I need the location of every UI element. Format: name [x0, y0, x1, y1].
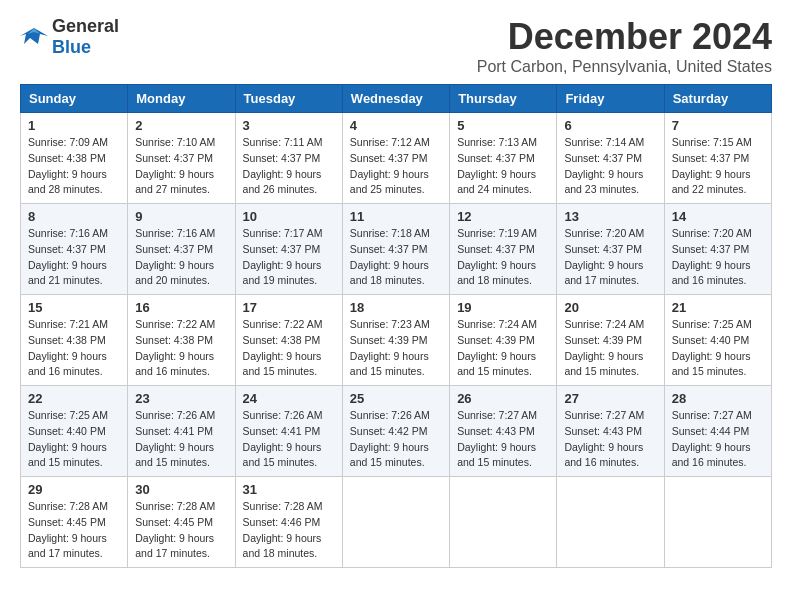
title-area: December 2024 Port Carbon, Pennsylvania,…: [477, 16, 772, 76]
day-number: 27: [564, 391, 656, 406]
day-number: 13: [564, 209, 656, 224]
calendar-cell: 19 Sunrise: 7:24 AM Sunset: 4:39 PM Dayl…: [450, 295, 557, 386]
calendar-table: SundayMondayTuesdayWednesdayThursdayFrid…: [20, 84, 772, 568]
day-number: 7: [672, 118, 764, 133]
calendar-cell: 9 Sunrise: 7:16 AM Sunset: 4:37 PM Dayli…: [128, 204, 235, 295]
day-info: Sunrise: 7:25 AM Sunset: 4:40 PM Dayligh…: [28, 408, 120, 471]
day-info: Sunrise: 7:09 AM Sunset: 4:38 PM Dayligh…: [28, 135, 120, 198]
calendar-cell: 18 Sunrise: 7:23 AM Sunset: 4:39 PM Dayl…: [342, 295, 449, 386]
day-number: 22: [28, 391, 120, 406]
logo-general-text: General: [52, 16, 119, 36]
day-number: 31: [243, 482, 335, 497]
calendar-cell: 29 Sunrise: 7:28 AM Sunset: 4:45 PM Dayl…: [21, 477, 128, 568]
calendar-cell: 3 Sunrise: 7:11 AM Sunset: 4:37 PM Dayli…: [235, 113, 342, 204]
calendar-week-row: 15 Sunrise: 7:21 AM Sunset: 4:38 PM Dayl…: [21, 295, 772, 386]
day-number: 28: [672, 391, 764, 406]
calendar-week-row: 8 Sunrise: 7:16 AM Sunset: 4:37 PM Dayli…: [21, 204, 772, 295]
calendar-cell: 24 Sunrise: 7:26 AM Sunset: 4:41 PM Dayl…: [235, 386, 342, 477]
day-info: Sunrise: 7:22 AM Sunset: 4:38 PM Dayligh…: [243, 317, 335, 380]
header: General Blue December 2024 Port Carbon, …: [20, 16, 772, 76]
calendar-cell: 28 Sunrise: 7:27 AM Sunset: 4:44 PM Dayl…: [664, 386, 771, 477]
subtitle: Port Carbon, Pennsylvania, United States: [477, 58, 772, 76]
calendar-week-row: 1 Sunrise: 7:09 AM Sunset: 4:38 PM Dayli…: [21, 113, 772, 204]
day-number: 9: [135, 209, 227, 224]
day-info: Sunrise: 7:14 AM Sunset: 4:37 PM Dayligh…: [564, 135, 656, 198]
calendar-cell: 14 Sunrise: 7:20 AM Sunset: 4:37 PM Dayl…: [664, 204, 771, 295]
day-number: 12: [457, 209, 549, 224]
calendar-week-row: 29 Sunrise: 7:28 AM Sunset: 4:45 PM Dayl…: [21, 477, 772, 568]
calendar-cell: 30 Sunrise: 7:28 AM Sunset: 4:45 PM Dayl…: [128, 477, 235, 568]
day-info: Sunrise: 7:22 AM Sunset: 4:38 PM Dayligh…: [135, 317, 227, 380]
calendar-header-tuesday: Tuesday: [235, 85, 342, 113]
day-number: 2: [135, 118, 227, 133]
calendar-header-wednesday: Wednesday: [342, 85, 449, 113]
calendar-cell: 12 Sunrise: 7:19 AM Sunset: 4:37 PM Dayl…: [450, 204, 557, 295]
day-number: 5: [457, 118, 549, 133]
logo: General Blue: [20, 16, 119, 58]
calendar-cell: 27 Sunrise: 7:27 AM Sunset: 4:43 PM Dayl…: [557, 386, 664, 477]
day-info: Sunrise: 7:24 AM Sunset: 4:39 PM Dayligh…: [564, 317, 656, 380]
calendar-cell: 7 Sunrise: 7:15 AM Sunset: 4:37 PM Dayli…: [664, 113, 771, 204]
calendar-cell: 20 Sunrise: 7:24 AM Sunset: 4:39 PM Dayl…: [557, 295, 664, 386]
day-info: Sunrise: 7:23 AM Sunset: 4:39 PM Dayligh…: [350, 317, 442, 380]
day-info: Sunrise: 7:16 AM Sunset: 4:37 PM Dayligh…: [135, 226, 227, 289]
day-number: 19: [457, 300, 549, 315]
main-title: December 2024: [477, 16, 772, 58]
calendar-cell: 11 Sunrise: 7:18 AM Sunset: 4:37 PM Dayl…: [342, 204, 449, 295]
day-info: Sunrise: 7:15 AM Sunset: 4:37 PM Dayligh…: [672, 135, 764, 198]
calendar-cell: 22 Sunrise: 7:25 AM Sunset: 4:40 PM Dayl…: [21, 386, 128, 477]
day-number: 15: [28, 300, 120, 315]
day-info: Sunrise: 7:27 AM Sunset: 4:43 PM Dayligh…: [564, 408, 656, 471]
calendar-cell: 4 Sunrise: 7:12 AM Sunset: 4:37 PM Dayli…: [342, 113, 449, 204]
day-info: Sunrise: 7:18 AM Sunset: 4:37 PM Dayligh…: [350, 226, 442, 289]
day-info: Sunrise: 7:17 AM Sunset: 4:37 PM Dayligh…: [243, 226, 335, 289]
calendar-cell: [664, 477, 771, 568]
calendar-cell: 25 Sunrise: 7:26 AM Sunset: 4:42 PM Dayl…: [342, 386, 449, 477]
day-info: Sunrise: 7:28 AM Sunset: 4:45 PM Dayligh…: [28, 499, 120, 562]
calendar-cell: 21 Sunrise: 7:25 AM Sunset: 4:40 PM Dayl…: [664, 295, 771, 386]
calendar-header-friday: Friday: [557, 85, 664, 113]
day-number: 3: [243, 118, 335, 133]
calendar-cell: 10 Sunrise: 7:17 AM Sunset: 4:37 PM Dayl…: [235, 204, 342, 295]
calendar-cell: 8 Sunrise: 7:16 AM Sunset: 4:37 PM Dayli…: [21, 204, 128, 295]
calendar-cell: 26 Sunrise: 7:27 AM Sunset: 4:43 PM Dayl…: [450, 386, 557, 477]
logo-blue-text: Blue: [52, 37, 91, 57]
day-info: Sunrise: 7:19 AM Sunset: 4:37 PM Dayligh…: [457, 226, 549, 289]
day-number: 24: [243, 391, 335, 406]
day-number: 23: [135, 391, 227, 406]
day-info: Sunrise: 7:28 AM Sunset: 4:45 PM Dayligh…: [135, 499, 227, 562]
day-number: 21: [672, 300, 764, 315]
calendar-cell: 31 Sunrise: 7:28 AM Sunset: 4:46 PM Dayl…: [235, 477, 342, 568]
day-number: 30: [135, 482, 227, 497]
day-info: Sunrise: 7:12 AM Sunset: 4:37 PM Dayligh…: [350, 135, 442, 198]
day-info: Sunrise: 7:11 AM Sunset: 4:37 PM Dayligh…: [243, 135, 335, 198]
day-info: Sunrise: 7:20 AM Sunset: 4:37 PM Dayligh…: [672, 226, 764, 289]
calendar-week-row: 22 Sunrise: 7:25 AM Sunset: 4:40 PM Dayl…: [21, 386, 772, 477]
day-number: 6: [564, 118, 656, 133]
calendar-cell: 5 Sunrise: 7:13 AM Sunset: 4:37 PM Dayli…: [450, 113, 557, 204]
day-number: 18: [350, 300, 442, 315]
day-number: 8: [28, 209, 120, 224]
day-number: 4: [350, 118, 442, 133]
day-info: Sunrise: 7:26 AM Sunset: 4:42 PM Dayligh…: [350, 408, 442, 471]
calendar-cell: [342, 477, 449, 568]
day-number: 25: [350, 391, 442, 406]
day-info: Sunrise: 7:27 AM Sunset: 4:43 PM Dayligh…: [457, 408, 549, 471]
calendar-cell: 6 Sunrise: 7:14 AM Sunset: 4:37 PM Dayli…: [557, 113, 664, 204]
day-info: Sunrise: 7:13 AM Sunset: 4:37 PM Dayligh…: [457, 135, 549, 198]
calendar-cell: 17 Sunrise: 7:22 AM Sunset: 4:38 PM Dayl…: [235, 295, 342, 386]
calendar-header-saturday: Saturday: [664, 85, 771, 113]
calendar-header-monday: Monday: [128, 85, 235, 113]
day-info: Sunrise: 7:27 AM Sunset: 4:44 PM Dayligh…: [672, 408, 764, 471]
day-number: 26: [457, 391, 549, 406]
calendar-cell: 2 Sunrise: 7:10 AM Sunset: 4:37 PM Dayli…: [128, 113, 235, 204]
calendar-cell: 15 Sunrise: 7:21 AM Sunset: 4:38 PM Dayl…: [21, 295, 128, 386]
day-info: Sunrise: 7:26 AM Sunset: 4:41 PM Dayligh…: [243, 408, 335, 471]
day-info: Sunrise: 7:21 AM Sunset: 4:38 PM Dayligh…: [28, 317, 120, 380]
day-info: Sunrise: 7:24 AM Sunset: 4:39 PM Dayligh…: [457, 317, 549, 380]
calendar-cell: 1 Sunrise: 7:09 AM Sunset: 4:38 PM Dayli…: [21, 113, 128, 204]
day-number: 14: [672, 209, 764, 224]
day-number: 11: [350, 209, 442, 224]
day-number: 29: [28, 482, 120, 497]
day-info: Sunrise: 7:25 AM Sunset: 4:40 PM Dayligh…: [672, 317, 764, 380]
